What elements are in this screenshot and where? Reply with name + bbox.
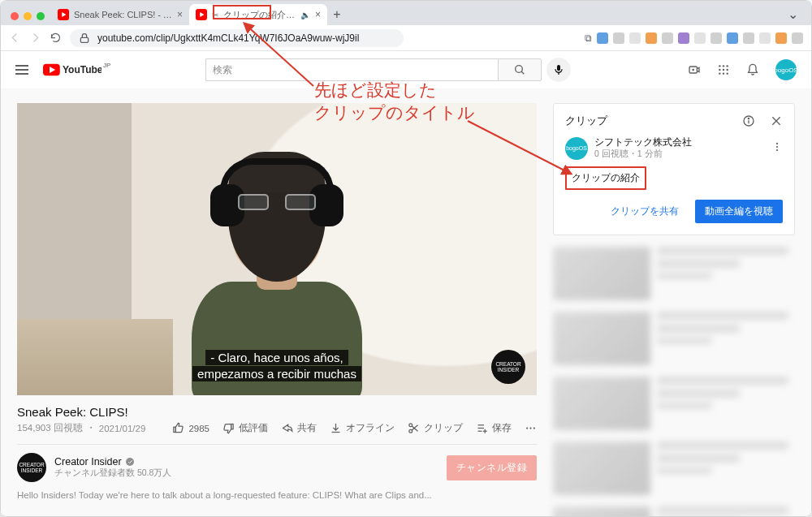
url-text: youtube.com/clip/UgkxttK4mCLk41YqW7I6JOa… <box>97 32 359 44</box>
window-minimize-button[interactable] <box>24 12 32 20</box>
extension-icon[interactable] <box>792 32 803 44</box>
youtube-favicon-icon <box>58 9 69 20</box>
extension-icon[interactable] <box>678 32 689 44</box>
video-caption: - Claro, hace unos años, empezamos a rec… <box>192 350 361 383</box>
microphone-icon <box>552 63 565 76</box>
voice-search-button[interactable] <box>546 58 571 82</box>
extension-icons: ⧉ <box>585 32 803 44</box>
extension-icon[interactable] <box>629 32 641 44</box>
hamburger-menu-icon[interactable] <box>15 65 28 75</box>
nav-back-icon[interactable] <box>9 32 21 44</box>
svg-text:YouTube: YouTube <box>63 64 102 75</box>
picture-in-picture-icon[interactable]: ⧉ <box>585 32 592 44</box>
share-clip-button[interactable]: クリップを共有 <box>603 200 687 223</box>
verified-icon <box>125 457 135 467</box>
suggested-video[interactable] <box>553 377 795 430</box>
more-actions-button[interactable] <box>525 422 537 434</box>
svg-point-19 <box>723 69 724 71</box>
channel-avatar[interactable]: CREATOR INSIDER <box>17 453 46 482</box>
clip-label: クリップ <box>424 422 463 434</box>
video-upload-date: 2021/01/29 <box>99 424 146 433</box>
clip-author-avatar[interactable]: bogoOS <box>565 137 588 160</box>
browser-tab[interactable]: Sneak Peek: CLIPS! - YouTube × <box>51 4 189 25</box>
create-icon[interactable] <box>688 63 701 76</box>
tabs-overflow-icon[interactable]: ⌄ <box>781 6 805 25</box>
tab-close-icon[interactable]: × <box>177 9 183 20</box>
apps-icon[interactable] <box>717 63 730 76</box>
search-button[interactable] <box>498 58 542 81</box>
extension-icon[interactable] <box>646 32 657 44</box>
download-button[interactable]: オフライン <box>330 422 395 434</box>
info-icon[interactable] <box>742 114 755 127</box>
svg-rect-10 <box>557 65 560 71</box>
notifications-icon[interactable] <box>746 63 759 76</box>
share-icon <box>281 422 293 434</box>
like-count: 2985 <box>188 424 209 433</box>
browser-tab[interactable]: ✂ クリップの紹介 - YouTube 🔈 × <box>189 4 327 25</box>
subscribe-button[interactable]: チャンネル登録 <box>447 455 538 480</box>
extension-icon[interactable] <box>743 32 754 44</box>
window-maximize-button[interactable] <box>37 12 45 20</box>
svg-point-18 <box>719 69 720 71</box>
extension-icon[interactable] <box>694 32 706 44</box>
svg-line-29 <box>412 425 417 430</box>
svg-point-44 <box>776 142 778 144</box>
nav-reload-icon[interactable] <box>50 32 62 44</box>
watch-full-video-button[interactable]: 動画全編を視聴 <box>695 200 783 223</box>
extension-icon[interactable] <box>662 32 673 44</box>
like-button[interactable]: 2985 <box>172 422 209 434</box>
clip-author-name[interactable]: シフトテック株式会社 <box>594 136 692 149</box>
clip-title: クリップの紹介 <box>565 166 646 190</box>
save-label: 保存 <box>492 422 512 434</box>
svg-point-38 <box>126 458 134 466</box>
clip-panel: クリップ bogoOS シフトテック株式会社 0 回視聴・1 分前 クリップの紹… <box>553 103 795 235</box>
svg-point-23 <box>726 72 728 74</box>
channel-watermark-icon[interactable]: CREATOR INSIDER <box>491 350 525 384</box>
suggested-video[interactable] <box>553 506 795 516</box>
tab-close-icon[interactable]: × <box>315 9 321 20</box>
extension-icon[interactable] <box>727 32 738 44</box>
suggested-video[interactable] <box>553 442 795 495</box>
extension-icon[interactable] <box>710 32 722 44</box>
suggested-video[interactable] <box>553 247 795 300</box>
country-code: JP <box>103 62 110 69</box>
offline-label: オフライン <box>346 422 395 434</box>
youtube-logo[interactable]: YouTube JP <box>43 62 110 78</box>
subscriber-count: チャンネル登録者数 50.8万人 <box>54 467 171 479</box>
channel-name[interactable]: Creator Insider <box>54 456 122 467</box>
svg-point-22 <box>723 72 724 74</box>
svg-point-15 <box>719 65 720 67</box>
account-avatar[interactable]: bogoOS <box>775 59 797 80</box>
save-button[interactable]: 保存 <box>476 422 512 434</box>
address-bar[interactable]: youtube.com/clip/UgkxttK4mCLk41YqW7I6JOa… <box>70 29 404 47</box>
share-button[interactable]: 共有 <box>281 422 317 434</box>
video-title: Sneak Peek: CLIPS! <box>17 405 537 419</box>
clip-meta: 0 回視聴・1 分前 <box>594 149 692 160</box>
clip-more-icon[interactable] <box>771 141 783 156</box>
search-input[interactable]: 検索 <box>205 58 498 81</box>
extension-icon[interactable] <box>613 32 624 44</box>
search-icon <box>513 63 526 76</box>
clip-panel-title: クリップ <box>565 114 734 128</box>
tab-title: クリップの紹介 - YouTube <box>223 9 296 21</box>
svg-point-36 <box>529 427 531 429</box>
close-icon[interactable] <box>770 114 783 127</box>
svg-rect-4 <box>80 37 88 42</box>
search-placeholder: 検索 <box>213 63 232 77</box>
video-player[interactable]: - Claro, hace unos años, empezamos a rec… <box>17 103 537 395</box>
window-close-button[interactable] <box>11 12 19 20</box>
extension-icon[interactable] <box>759 32 771 44</box>
new-tab-button[interactable]: + <box>327 5 347 24</box>
extension-icon[interactable] <box>775 32 787 44</box>
dislike-label: 低評価 <box>239 422 268 434</box>
nav-forward-icon[interactable] <box>29 32 41 44</box>
svg-point-37 <box>533 427 535 429</box>
svg-point-16 <box>723 65 724 67</box>
suggested-video[interactable] <box>553 312 795 365</box>
youtube-favicon-icon <box>196 9 207 20</box>
clip-button[interactable]: クリップ <box>408 422 463 434</box>
youtube-masthead: YouTube JP 検索 bogoOS <box>1 51 811 88</box>
dislike-button[interactable]: 低評価 <box>222 422 268 434</box>
tab-audio-icon[interactable]: 🔈 <box>300 11 310 19</box>
extension-icon[interactable] <box>597 32 608 44</box>
